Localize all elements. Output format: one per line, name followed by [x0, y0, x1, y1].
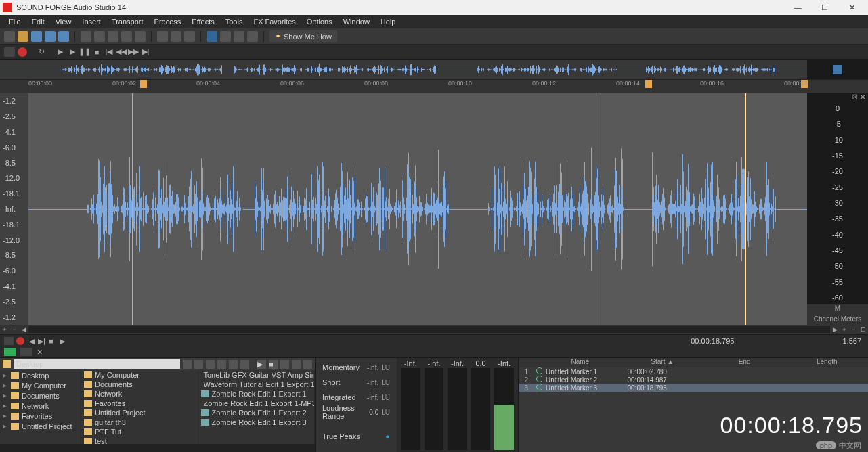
menu-window[interactable]: Window — [339, 16, 374, 27]
list-item[interactable]: Documents — [81, 380, 198, 389]
playback-cursor[interactable] — [745, 93, 746, 325]
list-item[interactable]: test — [81, 436, 198, 444]
marker-row[interactable]: 2Untitled Marker 200:00:14.987 — [519, 376, 868, 384]
list-item[interactable]: Zombie Rock Edit 1 Export 1-MP3 — [198, 399, 315, 408]
markers-header[interactable]: NameStart ▲EndLength — [519, 358, 868, 367]
list-item[interactable]: Untitled Project — [81, 408, 198, 417]
trim-icon[interactable] — [135, 31, 146, 42]
paste-icon[interactable] — [108, 31, 118, 42]
mini-stop-button[interactable]: ■ — [49, 337, 57, 345]
play-button[interactable]: ▶ — [56, 47, 65, 57]
menu-options[interactable]: Options — [302, 16, 337, 27]
list-item[interactable]: My Computer — [81, 370, 198, 380]
redo-icon[interactable] — [171, 31, 181, 42]
minimize-button[interactable]: — — [784, 0, 811, 15]
explorer-tree[interactable]: ▸Desktop▸My Computer▸Documents▸Network▸F… — [0, 370, 81, 444]
copy-icon[interactable] — [94, 31, 105, 42]
explorer-region-icon[interactable] — [303, 360, 312, 369]
marker-row[interactable]: 3Untitled Marker 300:00:18.795 — [519, 384, 868, 392]
list-item[interactable]: ▸Untitled Project — [0, 421, 81, 431]
explorer-favorites-icon[interactable] — [229, 360, 238, 369]
explorer-new-folder-icon[interactable] — [217, 360, 226, 369]
current-timecode[interactable]: 00:00:18.795 — [684, 337, 741, 345]
explorer-path-input[interactable]: Desktop — [14, 359, 180, 369]
maximize-button[interactable]: ☐ — [811, 0, 838, 15]
mix-icon[interactable] — [121, 31, 132, 42]
menu-help[interactable]: Help — [376, 16, 401, 27]
close-button[interactable]: ✕ — [838, 0, 865, 15]
save-all-icon[interactable] — [58, 31, 69, 42]
list-item[interactable]: Favorites — [81, 399, 198, 408]
tab-close-icon[interactable]: ✕ — [37, 348, 43, 357]
mini-play-button[interactable]: ▶ — [60, 337, 68, 345]
menu-process[interactable]: Process — [150, 16, 186, 27]
list-item[interactable]: ▸Desktop — [0, 370, 81, 380]
menu-transport[interactable]: Transport — [107, 16, 148, 27]
overview-waveform[interactable] — [0, 60, 868, 80]
stop-button[interactable]: ■ — [92, 47, 102, 57]
new-file-icon[interactable] — [4, 31, 15, 42]
loop2-icon[interactable]: ↻ — [37, 47, 46, 57]
event-tool-icon[interactable] — [247, 31, 258, 42]
mini-goto-end-button[interactable]: ▶| — [38, 337, 46, 345]
pause-button[interactable]: ❚❚ — [80, 47, 89, 57]
zoom-minus-icon[interactable]: − — [849, 325, 859, 334]
meters-close-icon[interactable]: ☒ ✕ — [807, 93, 868, 101]
explorer-loop-icon[interactable] — [292, 360, 301, 369]
list-item[interactable]: ▸Documents — [0, 390, 81, 401]
explorer-stop-icon[interactable]: ■ — [269, 360, 278, 369]
edit-tool-icon[interactable] — [207, 31, 217, 42]
list-item[interactable]: Network — [81, 389, 198, 399]
marker-flag-2[interactable] — [645, 80, 652, 88]
list-item[interactable]: guitar th3 — [81, 417, 198, 427]
marker-row[interactable]: 1Untitled Marker 100:00:02.780 — [519, 367, 868, 376]
menu-fx-favorites[interactable]: FX Favorites — [248, 16, 300, 27]
record-button[interactable] — [18, 47, 27, 57]
zoom-fit-icon[interactable]: ⊡ — [859, 325, 868, 334]
menu-effects[interactable]: Effects — [187, 16, 219, 27]
list-item[interactable]: ▸Favorites — [0, 411, 81, 421]
zoom-plus-icon[interactable]: + — [840, 325, 849, 334]
scroll-left-icon[interactable]: ◀ — [19, 325, 28, 334]
doc-tab-1[interactable] — [4, 348, 16, 356]
scroll-right-icon[interactable]: ▶ — [830, 325, 840, 334]
explorer-folder-list[interactable]: My ComputerDocumentsNetworkFavoritesUnti… — [81, 370, 198, 444]
explorer-play-icon[interactable]: ▶ — [257, 360, 266, 369]
list-item[interactable]: PTF Tut — [81, 427, 198, 436]
loop-icon[interactable] — [4, 47, 15, 57]
forward-button[interactable]: ▶▶ — [129, 47, 138, 57]
list-item[interactable]: ToneLib GFX Guitar VST Amp Simulator — [198, 370, 315, 380]
list-item[interactable]: Waveform Tutorial Edit 1 Export 1 — [198, 380, 315, 389]
menu-view[interactable]: View — [51, 16, 77, 27]
timeline-ruler[interactable]: 00:00:0000:00:0200:00:0400:00:0600:00:08… — [0, 80, 868, 93]
list-item[interactable]: ▸Network — [0, 401, 81, 411]
explorer-home-icon[interactable] — [3, 360, 11, 368]
scrollbar-track[interactable] — [28, 326, 830, 333]
magnify-tool-icon[interactable] — [220, 31, 231, 42]
explorer-autoplay-icon[interactable] — [280, 360, 289, 369]
list-item[interactable]: Zombie Rock Edit 1 Export 2 — [198, 408, 315, 417]
goto-start-button[interactable]: |◀ — [104, 47, 114, 57]
cut-icon[interactable] — [81, 31, 91, 42]
waveform-canvas[interactable] — [28, 93, 807, 325]
doc-tab-2[interactable] — [20, 348, 32, 356]
list-item[interactable]: Zombie Rock Edit 1 Export 1 — [198, 389, 315, 399]
horizontal-scrollbar[interactable]: + − ◀ ▶ + − ⊡ — [0, 325, 868, 334]
marker-flag-1[interactable] — [140, 80, 147, 88]
open-file-icon[interactable] — [18, 31, 28, 42]
goto-end-button[interactable]: ▶| — [141, 47, 150, 57]
rewind-button[interactable]: ◀◀ — [116, 47, 126, 57]
menu-insert[interactable]: Insert — [77, 16, 106, 27]
save-as-icon[interactable] — [45, 31, 56, 42]
mini-loop-icon[interactable] — [4, 337, 14, 345]
explorer-file-list[interactable]: ToneLib GFX Guitar VST Amp SimulatorWave… — [198, 370, 316, 444]
undo-icon[interactable] — [157, 31, 168, 42]
save-icon[interactable] — [31, 31, 42, 42]
explorer-delete-icon[interactable] — [206, 360, 215, 369]
explorer-refresh-icon[interactable] — [194, 360, 203, 369]
list-item[interactable]: ▸My Computer — [0, 380, 81, 390]
menu-tools[interactable]: Tools — [221, 16, 248, 27]
zoom-out-time-icon[interactable]: − — [9, 325, 19, 334]
play-all-button[interactable]: ▶ — [68, 47, 77, 57]
show-me-how-button[interactable]: ✦ Show Me How — [269, 30, 337, 42]
